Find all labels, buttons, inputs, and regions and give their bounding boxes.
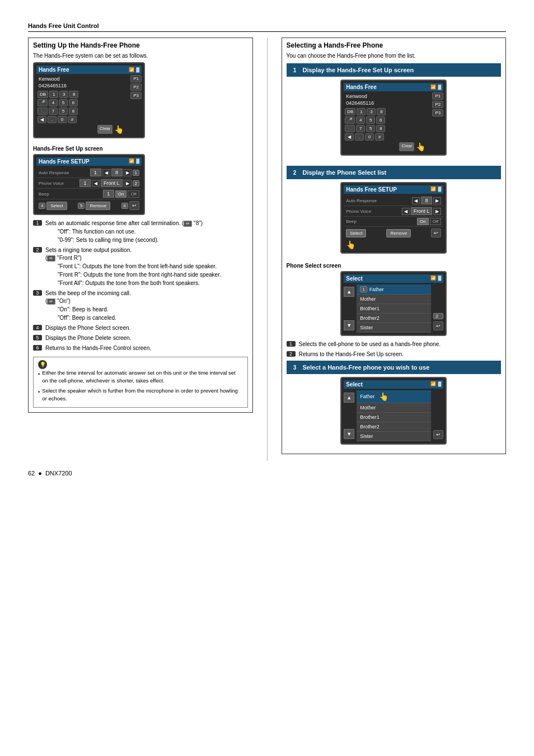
- sub-3b: "Off": Beep is canceled.: [58, 314, 131, 322]
- ps-instr-num-1: 1: [287, 341, 296, 347]
- instr-item-4: 4 Displays the Phone Select screen.: [33, 324, 248, 332]
- step3-item-brother2[interactable]: Brother2: [357, 422, 431, 432]
- key-7[interactable]: 7: [49, 108, 58, 115]
- step1-btn-p2[interactable]: P2: [432, 101, 443, 108]
- clear-btn[interactable]: Clear: [97, 125, 113, 134]
- instr-item-3: 3 Sets the beep of the incoming call.(✏ …: [33, 290, 248, 322]
- auto-response-right-arrow[interactable]: ▶: [124, 169, 132, 176]
- auto-response-left-arrow[interactable]: ◀: [102, 169, 110, 176]
- step1-key-dot[interactable]: .: [355, 133, 364, 141]
- select-item-father[interactable]: 1 Father: [357, 284, 431, 295]
- main-screen-left: Kenwood 0426465116 DB 1 3 8 🎤: [36, 75, 126, 135]
- step1-keypad-row-4: ◀ . 0 #: [344, 133, 428, 141]
- step3-down-arrow[interactable]: ▼: [344, 429, 354, 439]
- setup-select-btn[interactable]: Select: [46, 202, 67, 210]
- key-dot[interactable]: .: [48, 116, 57, 123]
- right-section-title: Selecting a Hands-Free Phone: [287, 41, 502, 49]
- select-down-arrow[interactable]: ▼: [344, 320, 354, 330]
- key-0[interactable]: 0: [58, 116, 67, 123]
- step3-up-arrow[interactable]: ▲: [344, 393, 354, 403]
- step1-key-6[interactable]: 6: [376, 116, 385, 124]
- step1-btn-p1[interactable]: P1: [432, 92, 443, 100]
- step1-screen-title: Hands Free: [346, 84, 376, 90]
- step1-key-8[interactable]: 8: [377, 108, 386, 115]
- phone-voice-right-arrow[interactable]: ▶: [124, 180, 132, 187]
- step1-clear-row: Clear 👆: [344, 141, 428, 152]
- step2-back-btn[interactable]: ↩: [431, 228, 441, 237]
- main-screen-icons: 📶 ▓: [129, 67, 139, 72]
- step2-select-btn[interactable]: Select: [346, 229, 366, 237]
- step3-item-father[interactable]: Father 👆: [357, 390, 431, 403]
- key-5a[interactable]: 5: [59, 99, 68, 106]
- key-6[interactable]: 6: [69, 99, 78, 106]
- step1-key-5b[interactable]: 5: [366, 125, 375, 132]
- bullet-separator: ●: [38, 470, 42, 477]
- phone-select-icons: 📶 ▓: [430, 276, 441, 282]
- key-4[interactable]: 4: [49, 99, 58, 106]
- phone-select-nav: ▲ ▼: [344, 284, 354, 333]
- step1-key-db[interactable]: DB: [345, 108, 355, 115]
- key-1[interactable]: 1: [49, 91, 58, 98]
- btn-p3[interactable]: P3: [130, 92, 142, 99]
- key-5b[interactable]: 5: [59, 108, 68, 115]
- step2-pv-left[interactable]: ◀: [402, 208, 410, 215]
- step1-title: Display the Hands-Free Set Up screen: [303, 67, 414, 73]
- step1-key-7[interactable]: 7: [356, 125, 365, 132]
- key-arrow[interactable]: ◀: [38, 116, 46, 123]
- key-9[interactable]: 8: [69, 108, 78, 115]
- step1-key-phone[interactable]: 📞: [345, 125, 355, 132]
- step1-key-hash[interactable]: #: [375, 133, 384, 141]
- step1-screen-body: Kenwood 0426465116 DB 1 3 8 🎤 4: [344, 92, 443, 152]
- step3-screen-header: Select 📶 ▓: [344, 380, 443, 389]
- phone-select-screen: Select 📶 ▓ ▲ ▼ 1: [340, 271, 447, 336]
- step1-key-5[interactable]: 5: [366, 116, 375, 124]
- key-3[interactable]: 3: [59, 91, 68, 98]
- step2-setup-screen: Hands Free SETUP 📶 ▓ Auto Response ◀ 8 ▶: [340, 182, 447, 254]
- step1-key-mic[interactable]: 🎤: [345, 116, 355, 124]
- step1-clear-btn[interactable]: Clear: [399, 142, 414, 151]
- beep-on-btn[interactable]: On: [115, 190, 127, 198]
- key-db[interactable]: DB: [38, 91, 48, 98]
- step1-key-4[interactable]: 4: [356, 116, 365, 124]
- step2-beep-label: Beep: [346, 219, 357, 224]
- step1-btn-p3[interactable]: P3: [432, 109, 443, 116]
- key-8[interactable]: 8: [69, 91, 78, 98]
- auto-response-num: 1: [90, 169, 101, 176]
- step1-key-3[interactable]: 3: [367, 108, 376, 115]
- instr-num-1: 1: [33, 220, 42, 226]
- step2-title: Display the Phone Select list: [303, 169, 387, 176]
- select-up-arrow[interactable]: ▲: [344, 287, 354, 297]
- step1-screen-icons: 📶 ▓: [430, 85, 441, 90]
- instr-text-5: Displays the Phone Delete screen.: [45, 334, 131, 342]
- step3-item-mother[interactable]: Mother: [357, 403, 431, 413]
- back-area: 6 ↩: [121, 201, 139, 210]
- key-hash[interactable]: #: [68, 116, 77, 123]
- step3-item-brother1[interactable]: Brother1: [357, 413, 431, 422]
- select-item-brother1[interactable]: Brother1: [357, 304, 431, 314]
- step2-beep-off[interactable]: Off: [430, 218, 442, 225]
- btn-p1[interactable]: P1: [130, 75, 142, 82]
- step1-key-9[interactable]: 8: [376, 125, 385, 132]
- key-mic[interactable]: 🎤: [38, 99, 48, 106]
- step2-beep-on[interactable]: On: [417, 218, 429, 225]
- key-phone[interactable]: 📞: [38, 108, 48, 115]
- step3-back-btn[interactable]: ↩: [433, 430, 443, 439]
- select-item-mother[interactable]: Mother: [357, 295, 431, 304]
- btn-p2[interactable]: P2: [130, 83, 142, 91]
- select-item-brother2[interactable]: Brother2: [357, 314, 431, 323]
- instr-num-5: 5: [33, 335, 42, 340]
- beep-off-btn[interactable]: Off: [128, 190, 139, 198]
- step2-pv-right[interactable]: ▶: [433, 208, 441, 215]
- setup-remove-btn[interactable]: Remove: [86, 202, 110, 210]
- step1-key-1[interactable]: 1: [357, 108, 366, 115]
- step2-remove-btn[interactable]: Remove: [386, 229, 411, 237]
- step1-key-arrow[interactable]: ◀: [345, 133, 354, 141]
- setup-back-btn[interactable]: ↩: [129, 201, 139, 210]
- select-item-sister[interactable]: Sister: [357, 323, 431, 333]
- step3-item-sister[interactable]: Sister: [357, 432, 431, 441]
- step2-ar-left[interactable]: ◀: [412, 197, 420, 204]
- phone-voice-left-arrow[interactable]: ◀: [92, 180, 100, 187]
- step2-ar-right[interactable]: ▶: [433, 197, 441, 204]
- ps-back-btn[interactable]: ↩: [433, 321, 443, 330]
- step1-key-0[interactable]: 0: [365, 133, 374, 141]
